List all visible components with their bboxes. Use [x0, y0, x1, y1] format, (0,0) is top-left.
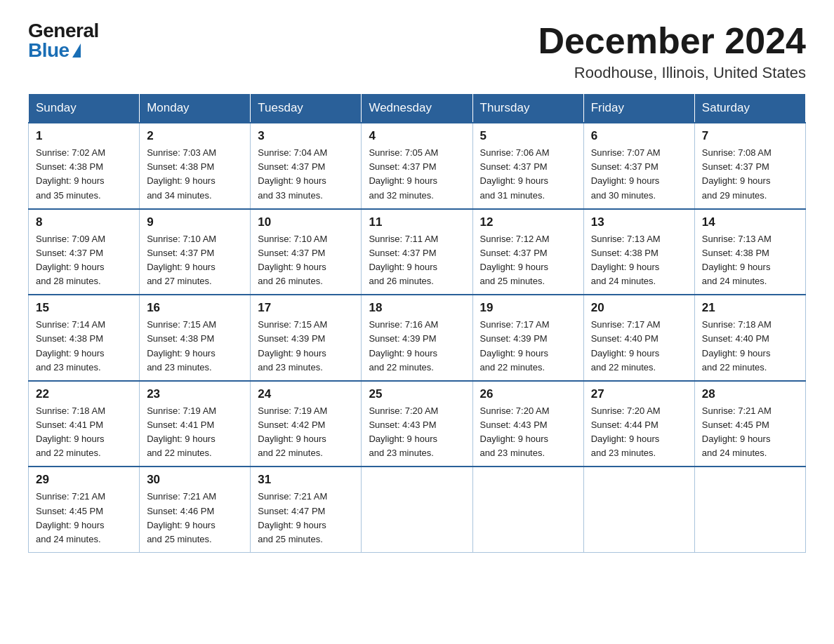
calendar-cell: 27 Sunrise: 7:20 AMSunset: 4:44 PMDaylig…	[583, 381, 694, 467]
day-info: Sunrise: 7:12 AMSunset: 4:37 PMDaylight:…	[480, 234, 550, 286]
day-number: 21	[702, 301, 798, 315]
location-subtitle: Roodhouse, Illinois, United States	[538, 64, 806, 82]
calendar-cell: 10 Sunrise: 7:10 AMSunset: 4:37 PMDaylig…	[251, 209, 362, 295]
day-number: 7	[702, 129, 798, 143]
day-info: Sunrise: 7:10 AMSunset: 4:37 PMDaylight:…	[147, 234, 216, 286]
day-info: Sunrise: 7:19 AMSunset: 4:42 PMDaylight:…	[258, 405, 327, 458]
calendar-cell: 19 Sunrise: 7:17 AMSunset: 4:39 PMDaylig…	[472, 295, 583, 381]
logo-triangle-icon	[72, 43, 81, 58]
day-number: 5	[480, 129, 576, 143]
day-number: 19	[480, 301, 576, 315]
logo-blue-text: Blue	[28, 41, 99, 60]
day-number: 22	[36, 387, 132, 401]
day-info: Sunrise: 7:16 AMSunset: 4:39 PMDaylight:…	[369, 319, 438, 372]
day-info: Sunrise: 7:11 AMSunset: 4:37 PMDaylight:…	[369, 234, 438, 286]
day-info: Sunrise: 7:21 AMSunset: 4:47 PMDaylight:…	[258, 491, 327, 544]
col-header-saturday: Saturday	[694, 94, 805, 123]
day-number: 4	[369, 129, 465, 143]
calendar-cell: 25 Sunrise: 7:20 AMSunset: 4:43 PMDaylig…	[362, 381, 472, 467]
day-info: Sunrise: 7:18 AMSunset: 4:41 PMDaylight:…	[36, 405, 105, 458]
day-number: 20	[591, 301, 687, 315]
day-info: Sunrise: 7:19 AMSunset: 4:41 PMDaylight:…	[147, 405, 216, 458]
calendar-cell: 26 Sunrise: 7:20 AMSunset: 4:43 PMDaylig…	[472, 381, 583, 467]
day-number: 24	[258, 387, 354, 401]
day-number: 10	[258, 215, 354, 229]
day-info: Sunrise: 7:18 AMSunset: 4:40 PMDaylight:…	[702, 319, 772, 372]
day-number: 6	[591, 129, 687, 143]
logo: General Blue	[28, 21, 99, 60]
week-row-1: 1 Sunrise: 7:02 AMSunset: 4:38 PMDayligh…	[29, 123, 806, 209]
day-info: Sunrise: 7:20 AMSunset: 4:44 PMDaylight:…	[591, 405, 661, 458]
col-header-sunday: Sunday	[29, 94, 140, 123]
day-info: Sunrise: 7:13 AMSunset: 4:38 PMDaylight:…	[702, 234, 772, 286]
logo-general-text: General	[28, 21, 99, 41]
day-info: Sunrise: 7:20 AMSunset: 4:43 PMDaylight:…	[369, 405, 438, 458]
day-info: Sunrise: 7:09 AMSunset: 4:37 PMDaylight:…	[36, 234, 105, 286]
day-info: Sunrise: 7:14 AMSunset: 4:38 PMDaylight:…	[36, 319, 105, 372]
day-number: 28	[702, 387, 798, 401]
day-number: 23	[147, 387, 243, 401]
calendar-cell: 16 Sunrise: 7:15 AMSunset: 4:38 PMDaylig…	[140, 295, 251, 381]
calendar-cell: 5 Sunrise: 7:06 AMSunset: 4:37 PMDayligh…	[472, 123, 583, 209]
calendar-cell: 22 Sunrise: 7:18 AMSunset: 4:41 PMDaylig…	[29, 381, 140, 467]
day-info: Sunrise: 7:15 AMSunset: 4:38 PMDaylight:…	[147, 319, 216, 372]
day-number: 29	[36, 473, 132, 487]
calendar-cell: 4 Sunrise: 7:05 AMSunset: 4:37 PMDayligh…	[362, 123, 472, 209]
day-number: 26	[480, 387, 576, 401]
week-row-2: 8 Sunrise: 7:09 AMSunset: 4:37 PMDayligh…	[29, 209, 806, 295]
day-info: Sunrise: 7:21 AMSunset: 4:45 PMDaylight:…	[702, 405, 772, 458]
calendar-cell: 7 Sunrise: 7:08 AMSunset: 4:37 PMDayligh…	[694, 123, 805, 209]
day-info: Sunrise: 7:17 AMSunset: 4:39 PMDaylight:…	[480, 319, 550, 372]
day-info: Sunrise: 7:13 AMSunset: 4:38 PMDaylight:…	[591, 234, 661, 286]
calendar-cell: 28 Sunrise: 7:21 AMSunset: 4:45 PMDaylig…	[694, 381, 805, 467]
week-row-3: 15 Sunrise: 7:14 AMSunset: 4:38 PMDaylig…	[29, 295, 806, 381]
calendar-cell: 24 Sunrise: 7:19 AMSunset: 4:42 PMDaylig…	[251, 381, 362, 467]
day-number: 14	[702, 215, 798, 229]
calendar-cell: 9 Sunrise: 7:10 AMSunset: 4:37 PMDayligh…	[140, 209, 251, 295]
calendar-cell: 12 Sunrise: 7:12 AMSunset: 4:37 PMDaylig…	[472, 209, 583, 295]
day-number: 30	[147, 473, 243, 487]
col-header-monday: Monday	[140, 94, 251, 123]
calendar-cell	[694, 467, 805, 552]
day-number: 17	[258, 301, 354, 315]
calendar-table: Sunday Monday Tuesday Wednesday Thursday…	[28, 93, 806, 553]
day-info: Sunrise: 7:07 AMSunset: 4:37 PMDaylight:…	[591, 147, 661, 200]
col-header-thursday: Thursday	[472, 94, 583, 123]
calendar-cell: 3 Sunrise: 7:04 AMSunset: 4:37 PMDayligh…	[251, 123, 362, 209]
calendar-cell: 21 Sunrise: 7:18 AMSunset: 4:40 PMDaylig…	[694, 295, 805, 381]
day-info: Sunrise: 7:02 AMSunset: 4:38 PMDaylight:…	[36, 147, 105, 200]
calendar-cell: 11 Sunrise: 7:11 AMSunset: 4:37 PMDaylig…	[362, 209, 472, 295]
col-header-wednesday: Wednesday	[362, 94, 472, 123]
calendar-cell	[583, 467, 694, 552]
day-info: Sunrise: 7:10 AMSunset: 4:37 PMDaylight:…	[258, 234, 327, 286]
calendar-cell: 18 Sunrise: 7:16 AMSunset: 4:39 PMDaylig…	[362, 295, 472, 381]
week-row-4: 22 Sunrise: 7:18 AMSunset: 4:41 PMDaylig…	[29, 381, 806, 467]
calendar-cell: 23 Sunrise: 7:19 AMSunset: 4:41 PMDaylig…	[140, 381, 251, 467]
calendar-cell: 2 Sunrise: 7:03 AMSunset: 4:38 PMDayligh…	[140, 123, 251, 209]
title-block: December 2024 Roodhouse, Illinois, Unite…	[538, 21, 806, 82]
day-number: 25	[369, 387, 465, 401]
day-number: 15	[36, 301, 132, 315]
calendar-cell: 30 Sunrise: 7:21 AMSunset: 4:46 PMDaylig…	[140, 467, 251, 552]
col-header-tuesday: Tuesday	[251, 94, 362, 123]
col-header-friday: Friday	[583, 94, 694, 123]
day-number: 13	[591, 215, 687, 229]
month-year-title: December 2024	[538, 21, 806, 61]
day-number: 27	[591, 387, 687, 401]
calendar-cell: 20 Sunrise: 7:17 AMSunset: 4:40 PMDaylig…	[583, 295, 694, 381]
calendar-cell: 13 Sunrise: 7:13 AMSunset: 4:38 PMDaylig…	[583, 209, 694, 295]
day-number: 31	[258, 473, 354, 487]
day-number: 1	[36, 129, 132, 143]
week-row-5: 29 Sunrise: 7:21 AMSunset: 4:45 PMDaylig…	[29, 467, 806, 552]
day-number: 3	[258, 129, 354, 143]
day-info: Sunrise: 7:21 AMSunset: 4:45 PMDaylight:…	[36, 491, 105, 544]
day-number: 2	[147, 129, 243, 143]
calendar-cell: 14 Sunrise: 7:13 AMSunset: 4:38 PMDaylig…	[694, 209, 805, 295]
day-number: 11	[369, 215, 465, 229]
day-info: Sunrise: 7:15 AMSunset: 4:39 PMDaylight:…	[258, 319, 327, 372]
calendar-cell: 15 Sunrise: 7:14 AMSunset: 4:38 PMDaylig…	[29, 295, 140, 381]
calendar-cell: 6 Sunrise: 7:07 AMSunset: 4:37 PMDayligh…	[583, 123, 694, 209]
day-info: Sunrise: 7:20 AMSunset: 4:43 PMDaylight:…	[480, 405, 550, 458]
day-info: Sunrise: 7:05 AMSunset: 4:37 PMDaylight:…	[369, 147, 438, 200]
page-header: General Blue December 2024 Roodhouse, Il…	[28, 21, 806, 82]
